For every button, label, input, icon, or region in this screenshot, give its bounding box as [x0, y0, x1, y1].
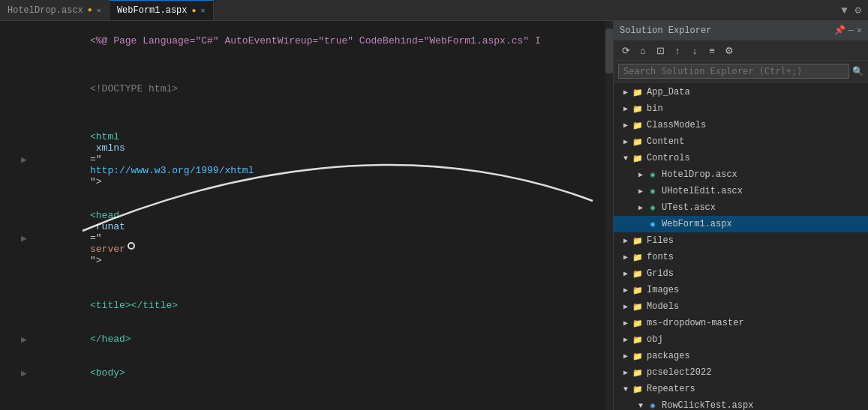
folder-icon-bin: 📁	[632, 103, 644, 115]
tab-dropdown-btn[interactable]: ▼	[839, 4, 849, 16]
folder-icon-images: 📁	[632, 284, 644, 296]
tree-item-webform1[interactable]: ◉ WebForm1.aspx	[614, 216, 868, 232]
tree-label-webform1: WebForm1.aspx	[662, 219, 865, 229]
se-tree[interactable]: ▶ 📁 App_Data ▶ 📁 bin ▶ 📁 ClassModels ▶ 📁…	[614, 82, 868, 410]
se-sync-btn[interactable]: ⟳	[618, 43, 633, 58]
tab-hoteldrop-close[interactable]: ✕	[97, 6, 101, 15]
tree-item-fonts[interactable]: ▶ 📁 fonts	[614, 249, 868, 265]
tree-label-bin: bin	[647, 103, 865, 114]
folder-icon-content: 📁	[632, 136, 644, 148]
se-props-btn[interactable]: ≡	[704, 43, 719, 58]
tree-label-obj: obj	[647, 334, 865, 345]
tree-label-pcselect2022: pcselect2022	[647, 367, 865, 378]
se-preview-btn[interactable]: ↑	[670, 43, 685, 58]
tab-bar: HotelDrop.ascx ● ✕ WebForm1.aspx ● ✕ ▼ ⚙	[0, 0, 868, 21]
icon-utest: ◉	[647, 202, 659, 214]
tree-arrow-controls: ▼	[620, 154, 632, 163]
tree-item-content[interactable]: ▶ 📁 Content	[614, 133, 868, 150]
se-settings-btn[interactable]: ⚙	[722, 43, 737, 58]
folder-icon-models: 📁	[632, 301, 644, 313]
se-toolbar: ⟳ ⌂ ⊡ ↑ ↓ ≡ ⚙	[614, 40, 868, 61]
tree-item-models[interactable]: ▶ 📁 Models	[614, 298, 868, 315]
code-line-3: <!DOCTYPE html>	[0, 72, 605, 106]
tree-label-repeaters: Repeaters	[647, 384, 865, 394]
se-filter-btn[interactable]: ⊡	[653, 43, 668, 58]
se-search-icon: 🔍	[852, 66, 863, 77]
editor-vscrollbar[interactable]	[605, 21, 613, 410]
tree-arrow-uhoteledit: ▶	[635, 187, 647, 196]
tab-hoteldrop-modified: ●	[88, 6, 92, 14]
tree-item-pcselect2022[interactable]: ▶ 📁 pcselect2022	[614, 364, 868, 381]
tree-arrow-files: ▶	[620, 236, 632, 245]
solution-explorer-titlebar: Solution Explorer 📌 ─ ✕	[614, 21, 868, 40]
tree-item-obj[interactable]: ▶ 📁 obj	[614, 331, 868, 348]
se-minimize-btn[interactable]: ─	[848, 25, 854, 36]
folder-icon-obj: 📁	[632, 334, 644, 346]
tree-item-app-data[interactable]: ▶ 📁 App_Data	[614, 84, 868, 100]
code-line-5: ▶ <html xmlns =" http://www.w3.org/1999/…	[0, 120, 605, 199]
tree-arrow-models: ▶	[620, 302, 632, 311]
tab-webform1-modified: ●	[192, 7, 197, 15]
folder-icon-classmodels: 📁	[632, 119, 644, 131]
tree-label-hoteldrop: HotelDrop.ascx	[662, 169, 865, 180]
se-pin-btn[interactable]: 📌	[834, 25, 845, 36]
tree-item-grids[interactable]: ▶ 📁 Grids	[614, 265, 868, 282]
tab-hoteldrop-label: HotelDrop.ascx	[8, 5, 83, 16]
code-line-9: ▶ <body>	[0, 356, 605, 390]
tree-item-uhoteledit[interactable]: ▶ ◉ UHotelEdit.ascx	[614, 183, 868, 199]
solution-explorer: Solution Explorer 📌 ─ ✕ ⟳ ⌂ ⊡ ↑ ↓ ≡ ⚙ 🔍	[613, 21, 868, 410]
tree-arrow-repeaters: ▼	[620, 385, 632, 394]
icon-uhoteledit: ◉	[647, 185, 659, 197]
code-line-6: ▶ <head runat =" server ">	[0, 199, 605, 277]
code-line-7: <title></title>	[0, 277, 605, 322]
tab-webform1[interactable]: WebForm1.aspx ● ✕	[110, 0, 214, 20]
icon-webform1: ◉	[647, 218, 659, 230]
tree-arrow-fonts: ▶	[620, 253, 632, 262]
code-line-2	[0, 58, 605, 72]
tree-label-packages: packages	[647, 351, 865, 361]
se-search-input[interactable]	[618, 64, 849, 79]
tab-webform1-close[interactable]: ✕	[201, 6, 206, 15]
tree-item-bin[interactable]: ▶ 📁 bin	[614, 100, 868, 117]
folder-icon-fonts: 📁	[632, 251, 644, 263]
tree-arrow-content: ▶	[620, 137, 632, 146]
se-home-btn[interactable]: ⌂	[635, 43, 650, 58]
tree-arrow-classmodels: ▶	[620, 121, 632, 130]
tree-label-fonts: fonts	[647, 252, 865, 262]
tree-arrow-obj: ▶	[620, 335, 632, 344]
code-line-8: ▶ </head>	[0, 322, 605, 356]
folder-icon-app-data: 📁	[632, 86, 644, 98]
folder-icon-controls: 📁	[632, 152, 644, 164]
tab-gear-btn[interactable]: ⚙	[853, 4, 863, 16]
tree-item-msdropdown[interactable]: ▶ 📁 ms-dropdown-master	[614, 315, 868, 331]
tree-item-packages[interactable]: ▶ 📁 packages	[614, 348, 868, 364]
main-area: <%@ Page Language="C#" AutoEventWireup="…	[0, 21, 868, 410]
editor-content[interactable]: <%@ Page Language="C#" AutoEventWireup="…	[0, 21, 605, 410]
tree-label-images: Images	[647, 285, 865, 295]
tree-arrow-images: ▶	[620, 286, 632, 295]
tree-item-controls[interactable]: ▼ 📁 Controls	[614, 150, 868, 166]
tree-label-utest: UTest.ascx	[662, 202, 865, 213]
tree-arrow-app-data: ▶	[620, 88, 632, 97]
tree-label-msdropdown: ms-dropdown-master	[647, 318, 865, 328]
tree-arrow-bin: ▶	[620, 104, 632, 113]
folder-icon-pcselect2022: 📁	[632, 367, 644, 379]
se-search-bar: 🔍	[614, 61, 868, 82]
tree-label-rowclicktest: RowClickTest.aspx	[662, 400, 865, 410]
se-close-btn[interactable]: ✕	[857, 25, 862, 36]
tab-hoteldrop[interactable]: HotelDrop.ascx ● ✕	[0, 0, 110, 20]
tree-label-uhoteledit: UHotelEdit.ascx	[662, 186, 865, 196]
tree-item-images[interactable]: ▶ 📁 Images	[614, 282, 868, 298]
tree-label-controls: Controls	[647, 153, 865, 163]
tree-item-classmodels[interactable]: ▶ 📁 ClassModels	[614, 117, 868, 133]
tree-item-utest[interactable]: ▶ ◉ UTest.ascx	[614, 199, 868, 216]
code-line-4	[0, 106, 605, 120]
tree-item-files[interactable]: ▶ 📁 Files	[614, 232, 868, 249]
tree-item-hoteldrop[interactable]: ▶ ◉ HotelDrop.ascx	[614, 166, 868, 183]
tree-item-repeaters[interactable]: ▼ 📁 Repeaters	[614, 381, 868, 397]
se-refresh-btn[interactable]: ↓	[687, 43, 702, 58]
tree-label-grids: Grids	[647, 268, 865, 279]
vscrollbar-thumb[interactable]	[605, 28, 613, 73]
tree-item-rowclicktest[interactable]: ▼ ◉ RowClickTest.aspx	[614, 397, 868, 410]
tree-arrow-hoteldrop: ▶	[635, 170, 647, 179]
